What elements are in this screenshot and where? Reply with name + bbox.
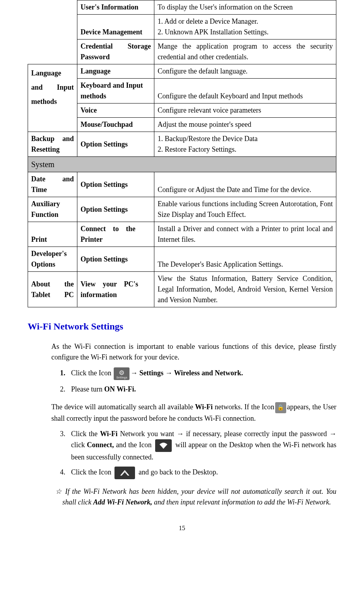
desc-cell: 1. Add or delete a Device Manager. 2. Un…	[154, 15, 336, 40]
settings-table: User's Information To display the User's…	[28, 0, 336, 307]
empty-category	[28, 15, 77, 40]
category-datetime: Date and Time	[28, 172, 77, 197]
item-cell: Credential StoragePassword	[77, 40, 154, 64]
item-cell: Option Settings	[77, 132, 154, 157]
wifi-steps-cont: Click the Wi-Fi Network you want → if ne…	[51, 429, 336, 479]
empty-category	[28, 0, 77, 15]
desc-cell: Install a Driver and connect with a Prin…	[154, 222, 336, 247]
category-developer: Developer's Options	[28, 247, 77, 272]
category-backup: Backup and Resetting	[28, 132, 77, 157]
wifi-intro: As the Wi-Fi connection is important to …	[51, 341, 336, 363]
step-1: Click the Icon → Settings → Wireless and…	[67, 367, 336, 380]
item-cell: Mouse/Touchpad	[77, 118, 154, 132]
category-print: Print	[28, 222, 77, 247]
home-icon	[114, 467, 135, 479]
category-about: About the Tablet PC	[28, 272, 77, 307]
item-cell: Language	[77, 64, 154, 79]
item-cell: Voice	[77, 104, 154, 118]
wifi-para2: The device will automatically search all…	[51, 402, 336, 424]
desc-cell: Configure the default Keyboard and Input…	[154, 79, 336, 104]
desc-cell: The Developer's Basic Application Settin…	[154, 247, 336, 272]
settings-icon	[114, 367, 129, 380]
lock-icon	[275, 402, 286, 413]
page-number: 15	[28, 523, 336, 533]
item-cell: View your PC's information	[77, 272, 154, 307]
desc-cell: Enable various functions including Scree…	[154, 197, 336, 222]
desc-cell: Adjust the mouse pointer's speed	[154, 118, 336, 132]
item-cell: Option Settings	[77, 172, 154, 197]
desc-cell: View the Status Information, Battery Ser…	[154, 272, 336, 307]
wifi-note: ☆ If the Wi-Fi Network has been hidden, …	[55, 486, 336, 508]
item-cell: Keyboard and Input methods	[77, 79, 154, 104]
desc-cell: Configure relevant voice parameters	[154, 104, 336, 118]
desc-cell: To display the User's information on the…	[154, 0, 336, 15]
step-2: Please turn ON Wi-Fi.	[67, 384, 336, 395]
item-cell: Option Settings	[77, 247, 154, 272]
category-auxiliary: Auxiliary Function	[28, 197, 77, 222]
item-cell: Device Management	[77, 15, 154, 40]
wifi-steps: Click the Icon → Settings → Wireless and…	[51, 367, 336, 395]
desc-cell: Configure the default language.	[154, 64, 336, 79]
category-language: Language and Input methods	[28, 64, 77, 132]
step-3: Click the Wi-Fi Network you want → if ne…	[67, 429, 336, 463]
item-cell: Connect to the Printer	[77, 222, 154, 247]
desc-cell: Configure or Adjust the Date and Time fo…	[154, 172, 336, 197]
step-4: Click the Icon and go back to the Deskto…	[67, 467, 336, 479]
empty-category	[28, 40, 77, 64]
item-cell: Option Settings	[77, 197, 154, 222]
section-system: System	[28, 157, 336, 172]
wifi-icon	[155, 439, 172, 452]
desc-cell: 1. Backup/Restore the Device Data 2. Res…	[154, 132, 336, 157]
desc-cell: Mange the application program to access …	[154, 40, 336, 64]
wifi-heading: Wi-Fi Network Settings	[28, 319, 336, 333]
item-cell: User's Information	[77, 0, 154, 15]
